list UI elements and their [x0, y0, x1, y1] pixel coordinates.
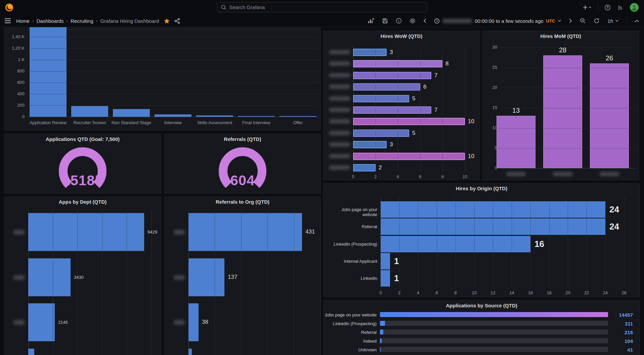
menu-toggle-button[interactable] — [5, 18, 11, 23]
star-dashboard-button[interactable] — [164, 18, 170, 24]
add-panel-button[interactable] — [368, 18, 374, 24]
bar[interactable] — [353, 106, 431, 114]
grafana-logo[interactable] — [5, 3, 14, 12]
bar[interactable] — [71, 106, 108, 117]
gridline-overlay — [398, 96, 398, 102]
bar[interactable] — [28, 303, 55, 341]
panel-title[interactable]: Applications QTD (Goal: 7,500) — [4, 136, 161, 142]
zoom-out-button[interactable] — [580, 18, 586, 24]
save-dashboard-button[interactable] — [382, 18, 388, 24]
bar[interactable] — [353, 130, 409, 137]
bar[interactable] — [590, 63, 629, 168]
panel-title[interactable]: Referrals (QTD) — [165, 136, 320, 142]
breadcrumb-item[interactable]: Dashboards — [37, 18, 64, 24]
new-menu-button[interactable] — [583, 5, 591, 10]
x-axis-label: 20 — [562, 290, 574, 295]
breadcrumb-item[interactable]: Home — [16, 18, 30, 24]
bar[interactable] — [113, 109, 150, 117]
panel-title[interactable]: Hires MoM (QTD) — [482, 33, 639, 39]
gridline-overlay — [376, 153, 376, 159]
bar[interactable] — [353, 141, 387, 148]
value-label: 14457 — [589, 312, 633, 318]
redacted-label — [329, 131, 350, 135]
dashboard-insights-button[interactable] — [396, 18, 402, 24]
bar[interactable] — [353, 83, 420, 91]
panel-title[interactable]: Applications by Source (QTD) — [324, 303, 640, 308]
gridline-overlay — [215, 213, 215, 251]
bar[interactable] — [381, 270, 390, 287]
bar[interactable] — [353, 72, 431, 79]
value-label: 1 — [394, 256, 399, 266]
bar[interactable] — [155, 114, 191, 117]
value-label: 3 — [390, 49, 393, 56]
x-axis-label: 4 — [392, 174, 403, 179]
time-range-forward-button[interactable] — [569, 18, 572, 23]
panel-referrals-qtd: Referrals (QTD) 604 — [164, 134, 321, 194]
bar[interactable] — [381, 253, 390, 269]
bar[interactable] — [380, 329, 383, 335]
bar[interactable] — [353, 95, 409, 102]
bar[interactable] — [188, 258, 224, 296]
bar[interactable] — [381, 236, 530, 252]
soft-max-gridline — [27, 29, 319, 30]
collapse-bar-button[interactable] — [635, 19, 639, 22]
gridline-overlay — [418, 201, 418, 218]
refresh-interval-picker[interactable]: 1h — [607, 18, 619, 24]
bar-gauge-track — [380, 321, 608, 326]
time-range-back-button[interactable] — [423, 18, 426, 23]
bar[interactable] — [497, 116, 535, 168]
gridline-overlay — [127, 213, 127, 251]
gridline-overlay — [456, 201, 456, 218]
breadcrumb-item[interactable]: Recruiting — [71, 18, 93, 24]
bar[interactable] — [380, 347, 381, 352]
panel-title[interactable]: Hires WoW (QTD) — [324, 33, 479, 39]
share-dashboard-button[interactable] — [174, 18, 180, 24]
bar[interactable] — [353, 164, 376, 171]
gridline-overlay — [420, 107, 421, 113]
news-button[interactable] — [617, 4, 624, 11]
bar[interactable] — [353, 49, 387, 56]
user-avatar-button[interactable] — [630, 3, 639, 12]
bar[interactable] — [381, 218, 605, 235]
time-range-picker[interactable]: 00:00:00 to a few seconds ago UTC — [434, 18, 561, 24]
bar[interactable] — [28, 213, 144, 251]
bar[interactable] — [30, 27, 67, 117]
bar[interactable] — [188, 303, 199, 341]
value-label: 24 — [609, 221, 619, 232]
gridline-overlay — [30, 83, 67, 83]
bar[interactable] — [380, 338, 382, 343]
panel-title[interactable]: Hires by Origin (QTD) — [324, 186, 640, 191]
bar[interactable] — [188, 213, 302, 251]
bar[interactable] — [28, 349, 34, 355]
bar[interactable] — [543, 55, 582, 168]
bar[interactable] — [28, 258, 71, 296]
bar[interactable] — [380, 321, 385, 326]
breadcrumb-actions — [164, 18, 180, 24]
bar[interactable] — [381, 201, 605, 218]
x-axis-label: 22 — [581, 290, 593, 295]
bar[interactable] — [380, 312, 608, 317]
dashboard-settings-button[interactable] — [410, 18, 416, 24]
gridline-overlay — [590, 88, 629, 88]
bar[interactable] — [353, 118, 465, 125]
gridline-overlay — [544, 88, 582, 88]
search-input[interactable]: Search Grafana — [217, 2, 427, 12]
y-axis-label: 0 — [5, 114, 25, 119]
gridline-overlay — [568, 201, 568, 218]
search-placeholder: Search Grafana — [229, 4, 265, 10]
panel-title[interactable]: Apps by Dept (QTD) — [4, 199, 161, 205]
y-axis-label: 400 — [5, 91, 25, 96]
refresh-button[interactable] — [594, 18, 600, 24]
bar[interactable] — [353, 153, 465, 160]
panel-title[interactable]: Referrals to Org (QTD) — [165, 199, 320, 205]
gridline-overlay — [398, 61, 398, 67]
x-axis-label: Final Interview — [235, 120, 277, 125]
bar[interactable] — [188, 349, 192, 355]
breadcrumb-item[interactable]: Grafana Hiring Dashboard — [100, 18, 159, 24]
redacted-label — [329, 165, 350, 170]
chevron-left-icon — [423, 18, 426, 23]
bar[interactable] — [353, 60, 442, 67]
gridline-overlay — [398, 153, 398, 159]
help-button[interactable]: ? — [604, 4, 611, 11]
svg-text:?: ? — [606, 5, 608, 9]
